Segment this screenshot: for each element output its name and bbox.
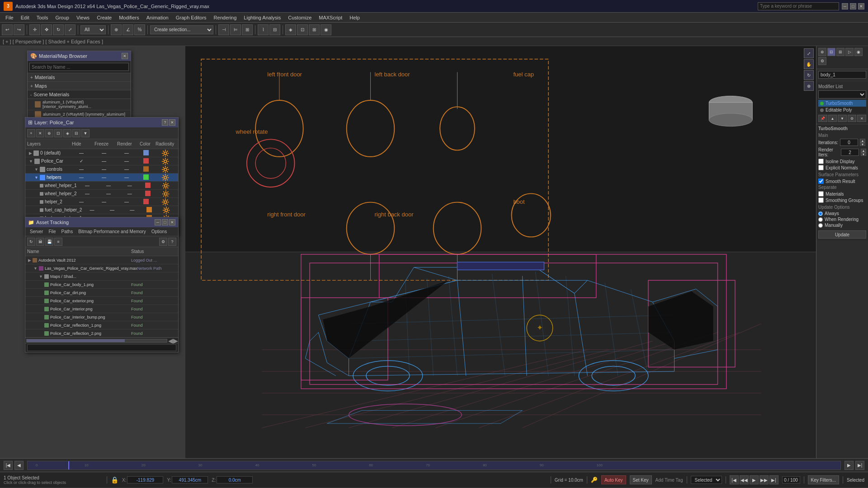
render-iter-down[interactable]: ▼ [861,152,866,156]
render-iter-input[interactable] [841,149,859,156]
layer-freeze-fch2[interactable]: — [102,207,122,212]
prev-frame-button[interactable]: ◀ [14,461,24,470]
layer-row-helpers[interactable]: ▼ helpers — — — 🔆 [25,174,178,182]
layer-hide-controls[interactable]: — [70,167,93,172]
asset-refresh-button[interactable]: ↻ [27,238,35,246]
timeline-track[interactable]: 0 10 20 30 40 50 60 70 80 90 100 [27,461,841,470]
redo-button[interactable]: ↪ [14,24,24,35]
smoothing-groups-checkbox[interactable] [818,197,824,203]
play-button[interactable]: ▶ [844,461,854,470]
right-tab-create[interactable]: ⊕ [818,48,826,56]
viewport-3d[interactable]: left front door left back door fuel cap … [185,46,816,458]
select-button[interactable]: ✛ [29,24,40,35]
layer-row-controls[interactable]: ▼ controls — — — 🔆 [25,165,178,174]
layer-color-fch2[interactable] [142,207,156,213]
asset-path-input[interactable] [27,344,176,351]
asset-row-body1[interactable]: Police_Car_body_1.png Found [25,281,178,289]
layer-row-police-car[interactable]: ▼ Police_Car ✓ — — 🔆 [25,157,178,165]
layer-color-wh1[interactable] [140,183,155,189]
layer-render-wh2[interactable]: — [119,191,140,196]
layer-row-wh1[interactable]: wheel_helper_1 — — — 🔆 [25,182,178,190]
render-setup-button[interactable]: ⊞ [309,24,320,35]
layer-radiosity-wh2[interactable]: 🔆 [155,190,176,197]
menu-file[interactable]: File [2,14,17,21]
frame-counter-input[interactable] [782,476,800,483]
go-start-button[interactable]: |◀ [4,461,13,470]
asset-close-button[interactable]: ✕ [169,219,175,225]
menu-animation[interactable]: Animation [143,14,172,21]
layer-freeze-default[interactable]: — [93,150,115,155]
layers-delete-button[interactable]: ✕ [36,129,44,137]
asset-local-button[interactable]: 💾 [45,238,53,246]
title-search-input[interactable] [758,2,839,10]
render-button[interactable]: ⊡ [297,24,308,35]
layer-hide-h2[interactable]: — [70,199,93,204]
iterations-input[interactable] [840,139,858,146]
layers-properties-button[interactable]: ⊟ [72,129,80,137]
layers-titlebar[interactable]: ⊞ Layer: Police_Car ? ✕ [25,117,178,127]
maximize-button[interactable]: □ [850,3,856,9]
curve-editor-button[interactable]: ⌇ [258,24,269,35]
layer-radiosity-h2[interactable]: 🔆 [154,198,176,206]
menu-tools[interactable]: Tools [33,14,52,21]
mod-delete-button[interactable]: ✕ [857,115,866,122]
asset-row-dirt[interactable]: Police_Car_dirt.png Found [25,289,178,297]
layer-row-wh2[interactable]: wheel_helper_2 — — — 🔆 [25,190,178,198]
menu-create[interactable]: Create [93,14,115,21]
asset-vault-button[interactable]: 🏛 [36,238,44,246]
asset-menu-server[interactable]: Server [27,229,46,234]
layers-highlight-button[interactable]: ◈ [63,129,71,137]
modifier-list-dropdown[interactable] [818,90,866,99]
layer-color-h2[interactable] [138,199,154,205]
mat-item-1[interactable]: aluminum_1 (VRayMtl) [interior_symmetry_… [28,99,131,110]
layer-freeze-h2[interactable]: — [93,199,115,204]
layer-freeze-helpers[interactable]: — [93,175,115,180]
named-selection-select[interactable]: Create selection... [150,25,213,34]
align-button[interactable]: ⊨ [230,24,241,35]
status-play-button[interactable]: ▶ [750,475,759,484]
layer-radiosity-police[interactable]: 🔆 [154,158,176,165]
status-start-button[interactable]: |◀ [730,475,739,484]
asset-row-refl2[interactable]: Police_Car_reflection_2.png Found [25,329,178,338]
snap-toggle[interactable]: ⊕ [111,24,122,35]
asset-row-exterior[interactable]: Police_Car_exterior.png Found [25,297,178,305]
asset-menu-file[interactable]: File [46,229,58,234]
right-tab-modify[interactable]: ⊟ [827,48,835,56]
asset-row-maps[interactable]: ▼ Maps / Shad... [25,272,178,281]
menu-graph-editors[interactable]: Graph Editors [172,14,210,21]
asset-row-ibump[interactable]: Police_Car_interior_bump.png Found [25,313,178,321]
asset-restore-button[interactable]: □ [162,219,168,225]
rotate-button[interactable]: ↻ [53,24,64,35]
asset-menu-paths[interactable]: Paths [59,229,76,234]
explicit-normals-checkbox[interactable] [818,165,824,170]
asset-menu-options[interactable]: Options [149,229,170,234]
y-input[interactable] [172,476,208,483]
menu-lighting[interactable]: Lighting Analysis [240,14,284,21]
lock-icon[interactable]: 🔒 [111,476,118,483]
vp-zoom-button[interactable]: ⊕ [804,81,814,91]
menu-edit[interactable]: Edit [17,14,33,21]
right-tab-utilities[interactable]: ⚙ [818,57,826,65]
status-next-button[interactable]: ▶▶ [760,475,769,484]
menu-modifiers[interactable]: Modifiers [115,14,143,21]
asset-row-interior[interactable]: Police_Car_interior.png Found [25,305,178,313]
layer-freeze-police[interactable]: — [93,159,115,164]
asset-minimize-button[interactable]: ─ [155,219,161,225]
close-button[interactable]: ✕ [858,3,864,9]
angle-snap[interactable]: ∠ [123,24,133,35]
scene-materials-section[interactable]: - Scene Materials [28,90,131,99]
schematic-view-button[interactable]: ⊟ [269,24,280,35]
right-tab-hierarchy[interactable]: ⊞ [836,48,844,56]
layer-radiosity-fch2[interactable]: 🔆 [156,206,176,214]
auto-key-button[interactable]: Auto Key [601,475,626,484]
status-prev-button[interactable]: ◀◀ [740,475,749,484]
layer-hide-wh2[interactable]: — [77,191,98,196]
material-editor-button[interactable]: ◈ [285,24,296,35]
layer-hide-helpers[interactable]: — [70,175,93,180]
next-frame-button[interactable]: ▶| [855,461,864,470]
right-tab-display[interactable]: ◉ [854,48,863,56]
layer-freeze-wh1[interactable]: — [98,183,119,188]
mod-move-down-button[interactable]: ▼ [838,115,847,122]
layer-hide-police[interactable]: ✓ [70,159,93,164]
layer-hide-default[interactable]: — [70,150,93,155]
